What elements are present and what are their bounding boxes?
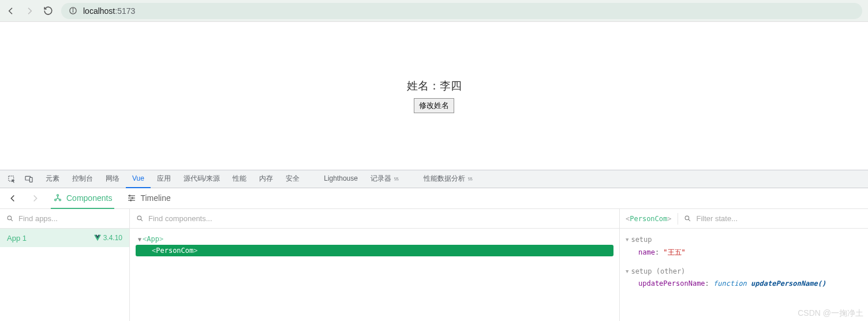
svg-point-12 <box>129 195 130 196</box>
tab-sources[interactable]: 源代码/来源 <box>177 170 226 188</box>
tab-security[interactable]: 安全 <box>279 170 306 188</box>
svg-line-18 <box>140 219 142 221</box>
svg-point-15 <box>8 216 12 220</box>
name-label: 姓名：李四 <box>407 79 462 94</box>
components-icon <box>53 193 62 203</box>
apps-panel: App 1 3.4.10 <box>0 209 130 321</box>
state-panel: <PersonCom> ▼ setup name: "王五" ▼ setup (… <box>620 209 868 321</box>
caret-down-icon: ▼ <box>138 236 141 242</box>
tree-panel: ▼ <App> <PersonCom> <box>130 209 620 321</box>
page-content: 姓名：李四 修改姓名 <box>0 22 868 170</box>
tab-console[interactable]: 控制台 <box>66 170 99 188</box>
back-button[interactable] <box>6 6 16 16</box>
beta-icon: ᯾ <box>394 176 399 182</box>
device-icon[interactable] <box>22 172 36 186</box>
caret-down-icon: ▼ <box>626 237 628 242</box>
inspect-icon[interactable] <box>5 172 18 186</box>
svg-line-20 <box>689 219 690 221</box>
tab-memory[interactable]: 内存 <box>253 170 279 188</box>
reload-button[interactable] <box>43 6 53 16</box>
state-prop[interactable]: updatePersonName: function updatePersonN… <box>626 278 862 289</box>
tab-recorder[interactable]: 记录器᯾ <box>364 170 406 188</box>
tree-node-root[interactable]: ▼ <App> <box>136 233 613 245</box>
site-info-icon[interactable] <box>68 6 77 16</box>
forward-button[interactable] <box>24 6 35 16</box>
search-icon <box>6 215 14 223</box>
state-prop[interactable]: name: "王五" <box>626 246 862 259</box>
search-icon <box>136 215 144 223</box>
tree-node-selected[interactable]: <PersonCom> <box>136 245 613 256</box>
tree-body: ▼ <App> <PersonCom> <box>130 229 619 261</box>
svg-rect-5 <box>29 177 32 182</box>
app-item[interactable]: App 1 3.4.10 <box>0 229 129 247</box>
caret-down-icon: ▼ <box>626 268 628 274</box>
apps-search-row <box>0 209 129 229</box>
vue-tab-components[interactable]: Components <box>51 188 114 209</box>
vue-logo-icon <box>94 234 101 241</box>
svg-point-13 <box>132 197 133 199</box>
panels: App 1 3.4.10 ▼ <App> <PersonCom> <box>0 209 868 321</box>
state-group-header[interactable]: ▼ setup (other) <box>626 265 862 278</box>
tab-vue[interactable]: Vue <box>126 170 151 188</box>
state-header: <PersonCom> <box>620 209 868 229</box>
browser-toolbar: localhost:5173 <box>0 0 868 22</box>
vue-forward-button[interactable] <box>29 193 40 204</box>
search-icon <box>684 215 692 223</box>
tab-performance[interactable]: 性能 <box>226 170 253 188</box>
tree-search-row <box>130 209 619 229</box>
svg-point-17 <box>137 216 141 220</box>
state-group-header[interactable]: ▼ setup <box>626 233 862 246</box>
devtools-tabbar: 元素 控制台 网络 Vue 应用 源代码/来源 性能 内存 安全 Lightho… <box>0 170 868 188</box>
selected-component-name: <PersonCom> <box>626 215 672 223</box>
beta-icon: ᯾ <box>467 176 473 182</box>
tree-search-input[interactable] <box>148 214 613 223</box>
vue-toolbar: Components Timeline <box>0 188 868 209</box>
url-text: localhost:5173 <box>83 6 135 16</box>
svg-point-14 <box>130 200 132 201</box>
tab-network[interactable]: 网络 <box>99 170 126 188</box>
url-bar[interactable]: localhost:5173 <box>61 3 862 19</box>
vue-tab-timeline[interactable]: Timeline <box>125 188 173 209</box>
svg-point-19 <box>685 216 689 220</box>
change-name-button[interactable]: 修改姓名 <box>414 98 454 113</box>
svg-point-6 <box>57 194 59 196</box>
tab-perf-insights[interactable]: 性能数据分析᯾ <box>417 170 480 188</box>
watermark: CSDN @一掬净土 <box>798 308 863 319</box>
app-name: App 1 <box>7 234 27 242</box>
tab-elements[interactable]: 元素 <box>39 170 66 188</box>
app-version: 3.4.10 <box>94 234 122 242</box>
tab-lighthouse[interactable]: Lighthouse <box>317 170 364 188</box>
vue-back-button[interactable] <box>7 193 18 204</box>
svg-line-16 <box>10 219 12 221</box>
tab-application[interactable]: 应用 <box>151 170 177 188</box>
state-filter-input[interactable] <box>697 214 863 223</box>
svg-point-2 <box>73 9 73 9</box>
apps-search-input[interactable] <box>18 214 124 223</box>
state-body: ▼ setup name: "王五" ▼ setup (other) updat… <box>620 229 868 294</box>
timeline-icon <box>127 193 136 203</box>
